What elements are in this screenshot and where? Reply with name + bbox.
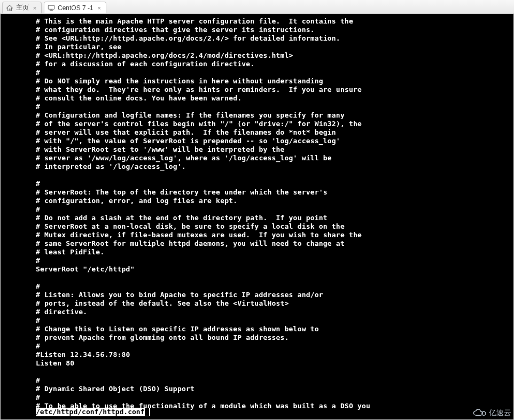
- tab-vm-label: CentOS 7 -1: [58, 4, 94, 12]
- cursor-block: [145, 408, 149, 416]
- home-icon: [6, 4, 13, 12]
- tab-vm[interactable]: CentOS 7 -1 ×: [44, 2, 106, 13]
- tab-home-label: 主页: [16, 3, 29, 12]
- monitor-icon: [48, 4, 55, 12]
- tab-home[interactable]: 主页 ×: [2, 2, 42, 13]
- close-icon[interactable]: ×: [32, 5, 38, 11]
- editor-statusline: /etc/httpd/conf/httpd.conf: [36, 408, 150, 416]
- close-icon[interactable]: ×: [96, 5, 103, 11]
- svg-rect-2: [50, 10, 53, 11]
- tab-bar: 主页 × CentOS 7 -1 ×: [0, 0, 514, 14]
- vm-console[interactable]: # This is the main Apache HTTP server co…: [0, 14, 514, 420]
- terminal-output: # This is the main Apache HTTP server co…: [7, 14, 507, 419]
- svg-rect-0: [48, 5, 54, 9]
- statusline-path: /etc/httpd/conf/httpd.conf: [36, 408, 145, 416]
- svg-rect-1: [50, 10, 52, 10]
